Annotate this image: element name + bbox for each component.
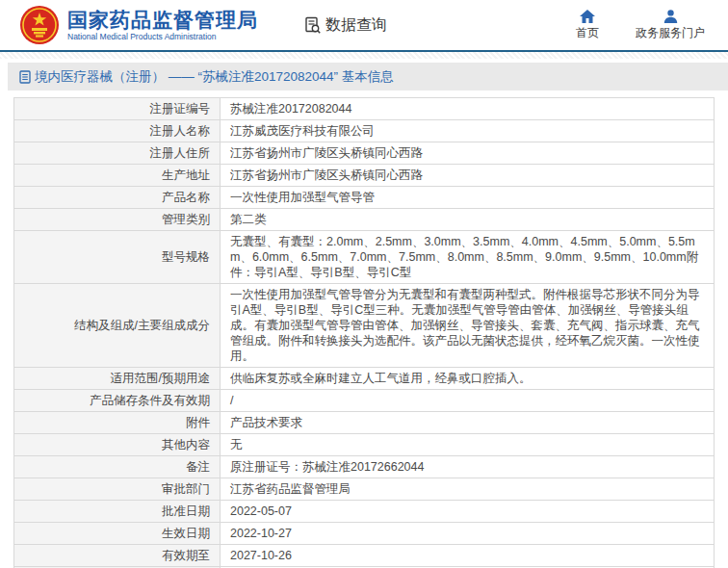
row-label: 结构及组成/主要组成成分 — [14, 284, 221, 367]
table-row: 生产地址 江苏省扬州市广陵区头桥镇同心西路 — [14, 165, 714, 187]
row-value: 江苏省药品监督管理局 — [221, 478, 714, 500]
row-label-text: 注册人名称 — [150, 123, 211, 139]
row-label: 管理类别 — [14, 209, 221, 230]
row-label: 其他内容 — [14, 434, 221, 455]
table-row: 附件 产品技术要求 — [14, 412, 714, 434]
row-label-text: 适用范围/预期用途 — [111, 371, 210, 386]
row-value: 第二类 — [221, 209, 714, 230]
row-label: 备注 — [14, 456, 221, 478]
row-value: 无 — [221, 434, 714, 455]
row-label: 注册人名称 — [14, 120, 221, 142]
table-row: 注册证编号 苏械注准20172082044 — [14, 98, 714, 120]
row-label-text: 附件 — [186, 415, 210, 430]
row-label-text: 生产地址 — [162, 168, 210, 183]
page-header: 国家药品监督管理局 National Medical Products Admi… — [0, 0, 728, 52]
row-value: 无囊型、有囊型：2.0mm、2.5mm、3.0mm、3.5mm、4.0mm、4.… — [221, 231, 714, 283]
row-label-text: 型号规格 — [162, 249, 210, 265]
table-row: 备注 原注册证号：苏械注准20172662044 — [14, 456, 714, 478]
row-value: 江苏省扬州市广陵区头桥镇同心西路 — [221, 142, 714, 164]
row-label-text: 其他内容 — [162, 437, 210, 452]
document-icon — [19, 70, 31, 84]
row-label-text: 批准日期 — [162, 503, 210, 519]
table-row: 结构及组成/主要组成成分 一次性使用加强型气管导管分为无囊型和有囊型两种型式。附… — [14, 284, 714, 368]
row-value: 供临床复苏或全麻时建立人工气道用，经鼻或口腔插入。 — [221, 368, 714, 389]
row-value: / — [221, 390, 714, 411]
row-label: 产品储存条件及有效期 — [14, 390, 221, 411]
row-label-text: 产品名称 — [162, 190, 210, 205]
row-label-text: 结构及组成/主要组成成分 — [74, 318, 210, 333]
row-value: 2027-10-26 — [221, 545, 714, 566]
row-label-text: 审批部门 — [162, 481, 210, 497]
breadcrumb: 境内医疗器械（注册） —— “苏械注准20172082044” 基本信息 — [8, 63, 728, 90]
hatch-strip — [0, 52, 728, 59]
nav-home[interactable]: 首页 — [576, 10, 599, 41]
table-row: 注册人名称 江苏威茂医疗科技有限公司 — [14, 120, 714, 142]
breadcrumb-text: 境内医疗器械（注册） —— “苏械注准20172082044” 基本信息 — [35, 68, 394, 86]
row-value: 一次性使用加强型气管导管 — [221, 187, 714, 208]
row-label: 批准日期 — [14, 501, 221, 522]
row-label-text: 注册证编号 — [150, 101, 211, 116]
home-icon — [580, 10, 595, 23]
table-row: 其他内容 无 — [14, 434, 714, 456]
row-label-text: 产品储存条件及有效期 — [90, 393, 210, 408]
row-label: 注册证编号 — [14, 98, 221, 119]
row-label-text: 注册人住所 — [150, 145, 211, 161]
table-row: 批准日期 2022-05-07 — [14, 501, 714, 523]
row-value: 2022-05-07 — [221, 501, 714, 522]
table-row: 管理类别 第二类 — [14, 209, 714, 231]
row-label: 审批部门 — [14, 478, 221, 500]
header-nav: 首页 政务服务门户 — [576, 10, 705, 41]
agency-title-cn: 国家药品监督管理局 — [67, 9, 258, 31]
national-emblem-icon — [19, 5, 60, 45]
nav-home-label: 首页 — [576, 25, 599, 41]
nav-gov-portal-label: 政务服务门户 — [636, 25, 705, 41]
row-label: 适用范围/预期用途 — [14, 368, 221, 389]
agency-title-en: National Medical Products Administration — [67, 33, 258, 41]
row-label: 产品名称 — [14, 187, 221, 208]
table-row: 生效日期 2022-10-27 — [14, 523, 714, 545]
table-row: 适用范围/预期用途 供临床复苏或全麻时建立人工气道用，经鼻或口腔插入。 — [14, 368, 714, 390]
row-label-text: 备注 — [186, 459, 210, 475]
document-search-icon — [304, 16, 322, 34]
table-row: 产品名称 一次性使用加强型气管导管 — [14, 187, 714, 209]
data-query-button[interactable]: 数据查询 — [304, 15, 387, 36]
row-label: 生产地址 — [14, 165, 221, 186]
row-label: 型号规格 — [14, 231, 221, 283]
row-value: 2022-10-27 — [221, 523, 714, 544]
table-row: 型号规格 无囊型、有囊型：2.0mm、2.5mm、3.0mm、3.5mm、4.0… — [14, 231, 714, 284]
row-value: 江苏省扬州市广陵区头桥镇同心西路 — [221, 165, 714, 186]
row-label: 生效日期 — [14, 523, 221, 544]
row-value: 产品技术要求 — [221, 412, 714, 433]
nav-gov-portal[interactable]: 政务服务门户 — [636, 10, 705, 41]
table-row: 产品储存条件及有效期 / — [14, 390, 714, 412]
row-value: 一次性使用加强型气管导管分为无囊型和有囊型两种型式。附件根据导芯形状不同分为导引… — [221, 284, 714, 367]
data-query-label: 数据查询 — [325, 15, 387, 36]
row-value: 原注册证号：苏械注准20172662044 — [221, 456, 714, 478]
row-label: 有效期至 — [14, 545, 221, 566]
row-label-text: 管理类别 — [162, 212, 210, 227]
person-icon — [663, 10, 678, 23]
row-label: 注册人住所 — [14, 142, 221, 164]
table-row: 审批部门 江苏省药品监督管理局 — [14, 478, 714, 501]
info-table: 注册证编号 苏械注准20172082044 注册人名称 江苏威茂医疗科技有限公司… — [13, 97, 715, 568]
table-row: 注册人住所 江苏省扬州市广陵区头桥镇同心西路 — [14, 142, 714, 165]
row-value: 江苏威茂医疗科技有限公司 — [221, 120, 714, 142]
row-label-text: 生效日期 — [162, 526, 210, 541]
row-label: 附件 — [14, 412, 221, 433]
row-label-text: 有效期至 — [162, 548, 210, 563]
agency-logo: 国家药品监督管理局 National Medical Products Admi… — [19, 5, 258, 45]
table-row: 有效期至 2027-10-26 — [14, 545, 714, 567]
row-value: 苏械注准20172082044 — [221, 98, 714, 119]
